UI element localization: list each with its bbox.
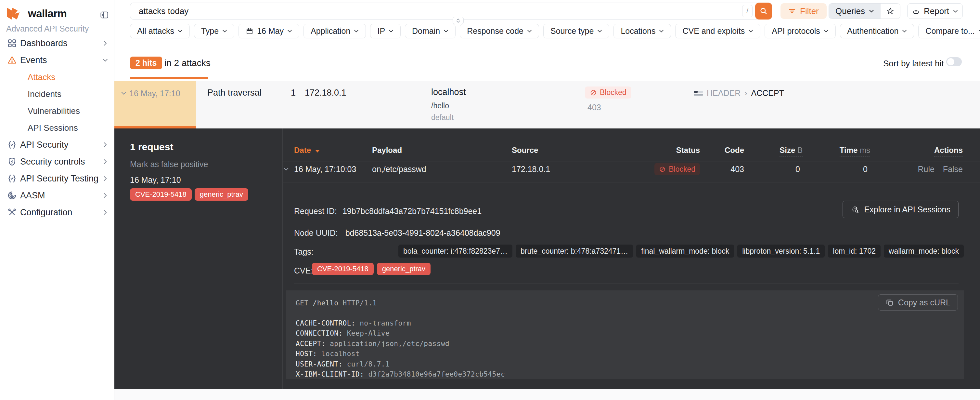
tag-chip[interactable]: brute_counter: b:478:a732471… <box>515 245 633 258</box>
header-rows-icon <box>694 91 703 96</box>
hit-code: 403 <box>730 164 744 174</box>
column-header-actions[interactable]: Actions <box>934 146 963 155</box>
search-button[interactable] <box>755 3 772 19</box>
tag-chip[interactable]: bola_counter: i:478:f82823e7… <box>398 245 512 258</box>
active-tab-underline <box>130 77 208 79</box>
filter-source-type[interactable]: Source type <box>543 24 609 38</box>
hit-size: 0 <box>795 164 800 174</box>
chevron-down-icon <box>222 30 227 32</box>
sidebar-item-configuration[interactable]: Configuration <box>0 204 115 221</box>
copy-as-curl-button[interactable]: Copy as cURL <box>878 294 958 311</box>
column-header-code[interactable]: Code <box>725 146 744 155</box>
sidebar-item-dashboards[interactable]: Dashboards <box>0 35 115 52</box>
false-action-link[interactable]: False <box>943 164 963 174</box>
attack-tag-badge[interactable]: generic_ptrav <box>195 188 248 201</box>
sidebar-item-label: API Security <box>20 140 68 150</box>
cve-badge[interactable]: CVE-2019-5418 <box>312 263 374 275</box>
chevron-down-icon <box>287 30 292 32</box>
chevron-down-icon[interactable] <box>283 166 289 172</box>
http-request-block: GET /hello HTTP/1.1 CACHE-CONTROL: no-tr… <box>286 290 964 379</box>
queries-button[interactable]: Queries <box>829 3 881 19</box>
tag-chip[interactable]: lom_id: 1702 <box>828 245 881 258</box>
attack-date-cell[interactable]: 16 May, 17:10 <box>115 81 196 129</box>
column-header-time[interactable]: Time ms <box>840 146 870 155</box>
filter-api-protocols[interactable]: API protocols <box>765 24 836 38</box>
sidebar-item-aasm[interactable]: AASM <box>0 187 115 204</box>
chevron-down-icon <box>389 30 393 32</box>
attack-source-ip[interactable]: 172.18.0.1 <box>305 88 346 98</box>
sidebar-item-security-controls[interactable]: Security controls <box>0 153 115 170</box>
sidebar-item-label: API Security Testing <box>20 174 99 184</box>
cve-chips: CVE-2019-5418 generic_ptrav <box>312 263 431 275</box>
filter-type[interactable]: Type <box>194 24 234 38</box>
rule-action-link[interactable]: Rule <box>918 164 934 174</box>
filter-label: Filter <box>800 6 819 16</box>
section-divider <box>294 284 959 284</box>
attack-row[interactable]: 16 May, 17:10 Path traversal 1 172.18.0.… <box>115 81 980 129</box>
search-input[interactable] <box>130 3 772 19</box>
tag-chip[interactable]: libproton_version: 5.1.1 <box>737 245 825 258</box>
logo[interactable]: wallarm <box>6 7 67 20</box>
filter-cve-exploits[interactable]: CVE and exploits <box>675 24 760 38</box>
sidebar-item-api-security-testing[interactable]: API Security Testing <box>0 170 115 187</box>
filter-application[interactable]: Application <box>304 24 366 38</box>
explore-api-sessions-button[interactable]: Explore in API Sessions <box>843 201 959 218</box>
detail-badges: CVE-2019-5418 generic_ptrav <box>130 188 248 201</box>
sidebar-item-attacks[interactable]: Attacks <box>0 69 115 86</box>
sidebar-item-label: Incidents <box>28 89 61 99</box>
sidebar-item-api-sessions[interactable]: API Sessions <box>0 120 115 136</box>
column-header-payload[interactable]: Payload <box>372 146 402 155</box>
response-code: 403 <box>587 103 601 112</box>
column-header-size[interactable]: Size B <box>780 146 803 155</box>
sidebar-item-incidents[interactable]: Incidents <box>0 86 115 102</box>
filter-locations[interactable]: Locations <box>614 24 671 38</box>
column-header-source[interactable]: Source <box>512 146 538 155</box>
hits-count-badge: 2 hits <box>130 57 162 69</box>
favorite-button[interactable] <box>881 3 900 19</box>
tools-icon <box>7 207 17 217</box>
attack-target-path: /hello <box>431 102 449 110</box>
download-icon <box>912 7 920 15</box>
sidebar-collapse-icon[interactable] <box>99 10 109 19</box>
collapse-handle[interactable] <box>453 17 464 24</box>
dashboards-icon <box>7 38 17 48</box>
toggle-knob <box>947 58 955 65</box>
calendar-icon <box>246 27 253 35</box>
product-subtitle: Advanced API Security <box>6 24 89 33</box>
chevron-down-icon <box>444 30 449 32</box>
filter-ip[interactable]: IP <box>370 24 401 38</box>
column-header-date[interactable]: Date <box>294 146 320 155</box>
report-button[interactable]: Report <box>907 3 963 19</box>
http-header: USER-AGENT: curl/8.7.1 <box>296 359 964 370</box>
shield-bolt-icon <box>7 157 17 166</box>
http-header: ACCEPT: application/json,/etc/passwd <box>296 339 964 349</box>
filter-response-code[interactable]: Response code <box>460 24 539 38</box>
sidebar-item-vulnerabilities[interactable]: Vulnerabilities <box>0 102 115 120</box>
blocked-icon <box>659 166 666 173</box>
column-header-status[interactable]: Status <box>676 146 700 155</box>
sidebar-item-api-security[interactable]: API Security <box>0 136 115 153</box>
attack-tag-badge[interactable]: generic_ptrav <box>377 263 431 275</box>
attack-date: 16 May, 17:10 <box>129 89 180 98</box>
tags-label: Tags: <box>294 247 313 257</box>
filter-domain[interactable]: Domain <box>405 24 455 38</box>
filter-compare-to[interactable]: Compare to... <box>918 24 980 38</box>
filter-button[interactable]: Filter <box>781 3 827 19</box>
mark-false-positive-link[interactable]: Mark as false positive <box>130 160 208 169</box>
sort-toggle[interactable] <box>946 57 962 66</box>
sidebar-item-label: AASM <box>20 191 45 201</box>
filter-authentication[interactable]: Authentication <box>840 24 914 38</box>
hit-source[interactable]: 172.18.0.1 <box>512 164 550 174</box>
node-uuid: Node UUID: bd68513a-5e03-4991-8024-a3640… <box>294 228 500 238</box>
filter-date[interactable]: 16 May <box>239 24 299 38</box>
sidebar-item-events[interactable]: Events <box>0 52 115 69</box>
tag-chip[interactable]: wallarm_mode: block <box>884 245 964 258</box>
tag-chip[interactable]: final_wallarm_mode: block <box>636 245 734 258</box>
request-id: Request ID: 19b7bc8ddfa43a72b7b74151fc8b… <box>294 207 482 216</box>
chevron-right-icon <box>103 210 108 215</box>
chevron-down-icon <box>527 30 532 32</box>
filter-all-attacks[interactable]: All attacks <box>130 24 190 38</box>
cve-badge[interactable]: CVE-2019-5418 <box>130 188 192 201</box>
chevron-down-icon <box>659 30 664 32</box>
request-line: GET /hello HTTP/1.1 <box>296 298 964 309</box>
